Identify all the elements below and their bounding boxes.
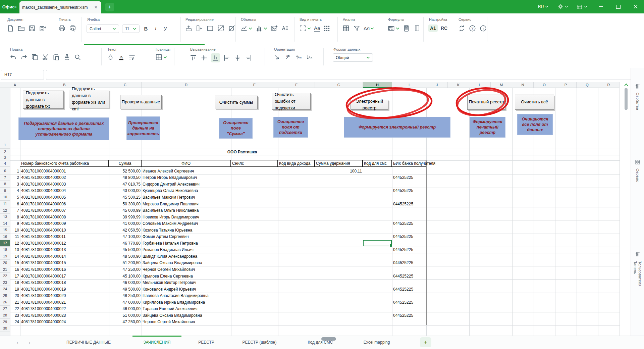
cell-sum[interactable]: 47 100,00 <box>109 234 142 240</box>
table-row[interactable]: 244081781000000400002447 250,00Чернов Се… <box>0 319 620 326</box>
cell-index[interactable]: 12 <box>10 240 20 247</box>
cell-bik[interactable]: 044525225 <box>392 201 426 207</box>
table-row[interactable]: 144081781000000400001448 500,90Шмидт Юли… <box>0 253 620 260</box>
row-header-12[interactable]: 12 <box>0 207 10 214</box>
align-bottom-icon[interactable] <box>212 54 219 62</box>
cell-sum[interactable]: 48 500,90 <box>109 253 142 260</box>
column-header-J[interactable]: J <box>426 82 448 88</box>
undo-icon[interactable] <box>9 53 17 61</box>
column-header-Q[interactable]: Q <box>577 82 598 88</box>
row-header-28[interactable]: 28 <box>0 312 10 319</box>
save-icon[interactable] <box>28 24 36 32</box>
new-tab-button[interactable]: + <box>105 3 114 11</box>
chevron-down-icon[interactable] <box>163 56 167 59</box>
row-header-19[interactable]: 19 <box>0 253 10 260</box>
align-right-icon[interactable] <box>245 54 252 62</box>
row-header-3[interactable]: 3 <box>0 155 10 160</box>
table-header-8[interactable]: БИК банка получателя <box>392 160 426 167</box>
cell-sum[interactable]: 46 000,00 <box>109 306 142 312</box>
column-header-I[interactable]: I <box>392 82 426 88</box>
underline-button[interactable]: У <box>162 26 169 32</box>
row-header-21[interactable]: 21 <box>0 266 10 273</box>
cell-fio[interactable]: Чернов Сергей Михайлович <box>142 266 231 273</box>
sheet-tab-4[interactable]: РЕЕСТР (шаблон) <box>230 336 288 349</box>
app-menu-button[interactable]: Офис+ <box>0 0 19 13</box>
column-header-C[interactable]: C <box>109 82 142 88</box>
cell-sum[interactable]: 47 010,75 <box>109 181 142 188</box>
column-header-G[interactable]: G <box>315 82 363 88</box>
cell-fio[interactable]: Коновалов Андрей Юрьевич <box>142 286 231 293</box>
save-as-icon[interactable] <box>39 24 47 32</box>
cell-fio[interactable]: Морозов Владимир Павлович <box>142 201 231 207</box>
row-header-17[interactable]: 17 <box>0 240 10 247</box>
a1-reference-toggle[interactable]: A1 <box>428 24 438 32</box>
cell-sum[interactable]: 47 250,00 <box>109 266 142 273</box>
insert-column-icon[interactable] <box>196 24 203 32</box>
table-row[interactable]: 214081781000000400002147 000,00Кириллова… <box>0 299 620 306</box>
column-header-E[interactable]: E <box>231 82 278 88</box>
font-color-icon[interactable]: A <box>117 53 125 61</box>
table-row[interactable]: 224081781000000400002246 000,00Тарасов Е… <box>0 306 620 312</box>
cell-sum[interactable]: 42 050,50 <box>109 227 142 234</box>
row-header-11[interactable]: 11 <box>0 201 10 207</box>
cell-account[interactable]: 40817810000004000004 <box>20 188 109 194</box>
column-header-F[interactable]: F <box>278 82 315 88</box>
table-row[interactable]: 104081781000000400001042 050,50Козлова Т… <box>0 227 620 234</box>
chevron-down-icon[interactable] <box>133 28 137 30</box>
rc-reference-toggle[interactable]: RC <box>441 26 447 31</box>
language-switcher[interactable]: RU <box>538 0 548 13</box>
calculator-icon[interactable] <box>402 24 410 32</box>
cell-fio[interactable]: Романов Владислав Ильич <box>142 247 231 253</box>
close-tab-icon[interactable]: ✕ <box>93 5 99 10</box>
cell-sum[interactable]: 47 000,00 <box>109 299 142 306</box>
fill-color-icon[interactable] <box>107 53 114 61</box>
layout-button[interactable] <box>576 0 587 13</box>
cell-account[interactable]: 40817810000004000023 <box>20 312 109 319</box>
cell-index[interactable]: 1 <box>10 168 20 174</box>
minimize-button[interactable] <box>596 2 606 12</box>
help-icon[interactable]: ? <box>469 24 476 32</box>
cell-sum[interactable]: 52 500,00 <box>109 168 142 174</box>
cell-name-box[interactable]: H17 <box>1 70 44 80</box>
column-header-R[interactable]: R <box>598 82 620 88</box>
cell-sum[interactable]: 45 000,99 <box>109 207 142 214</box>
font-name-select[interactable]: Calibri <box>87 24 119 33</box>
cell-sum[interactable]: 47 250,00 <box>109 319 142 326</box>
row-header-30[interactable]: 30 <box>0 325 10 332</box>
cell-fio[interactable]: Тарасов Евгений Алексеевич <box>142 306 231 312</box>
cell-fio[interactable]: Соловьев Максим Андреевич <box>142 220 231 227</box>
new-document-icon[interactable] <box>7 24 14 32</box>
table-row[interactable]: 184081781000000400001846 000,00Мельников… <box>0 279 620 286</box>
insert-image-icon[interactable] <box>270 24 278 32</box>
table-header-3[interactable]: ФИО <box>141 160 231 167</box>
cell-account[interactable]: 40817810000004000013 <box>20 247 109 253</box>
text-vertical-up-icon[interactable]: Aa <box>295 53 303 61</box>
search-icon[interactable] <box>74 53 82 61</box>
cell-index[interactable]: 13 <box>10 247 20 253</box>
table-row[interactable]: 84081781000000400000839 999,99Новиков Иг… <box>0 214 620 220</box>
fill-handle[interactable] <box>389 244 392 247</box>
macro-button-8[interactable]: Очистить всё <box>515 95 554 110</box>
cell-index[interactable]: 22 <box>10 306 20 312</box>
cell-bik[interactable]: 044525225 <box>392 174 426 181</box>
table-header-4[interactable]: Снилс <box>231 160 278 167</box>
line-chart-icon[interactable] <box>240 24 248 32</box>
cell-sum[interactable]: 51 000,00 <box>109 312 142 319</box>
align-center-icon[interactable] <box>234 54 241 62</box>
table-row[interactable]: 114081781000000400001147 100,00Фомин Арт… <box>0 234 620 240</box>
add-sheet-button[interactable]: + <box>420 337 431 347</box>
cell-index[interactable]: 24 <box>10 319 20 326</box>
table-row[interactable]: 74081781000000400000745 000,99Васильева … <box>0 207 620 214</box>
font-size-select[interactable]: 11 <box>122 24 140 33</box>
wrap-text-icon[interactable] <box>128 53 136 61</box>
cell-index[interactable]: 6 <box>10 201 20 207</box>
cell-fio[interactable]: Васильев Максим Петрович <box>142 194 231 201</box>
spreadsheet-grid[interactable]: ABCDEFGHIJKLMNOPQR1234678910111213141516… <box>0 82 631 336</box>
cell-index[interactable]: 14 <box>10 253 20 260</box>
chevron-down-icon[interactable] <box>396 27 399 30</box>
column-header-K[interactable]: K <box>448 82 469 88</box>
print-icon[interactable] <box>58 24 66 32</box>
row-header-2[interactable]: 2 <box>0 149 10 155</box>
cell-index[interactable]: 17 <box>10 273 20 280</box>
sheet-tab-3[interactable]: РЕЕСТР <box>194 336 219 349</box>
